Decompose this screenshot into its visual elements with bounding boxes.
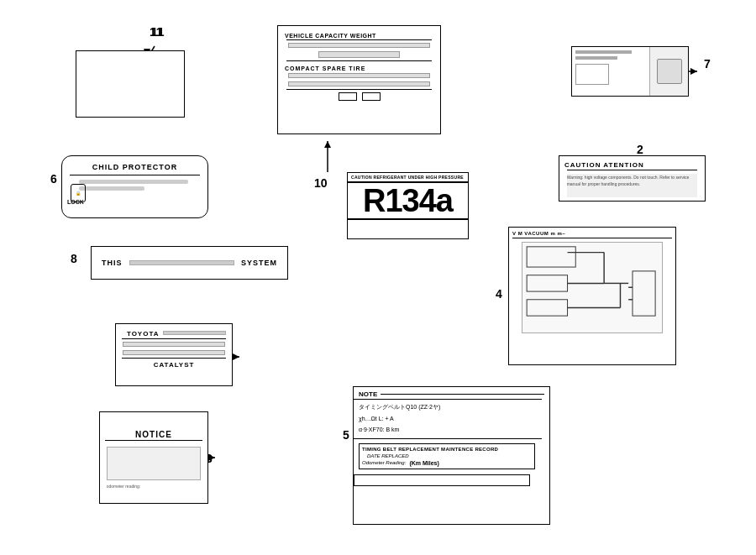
item-7-small-label: [571, 46, 689, 97]
vcw-tab2: [362, 92, 381, 101]
svg-rect-23: [528, 247, 576, 267]
svg-rect-32: [633, 271, 655, 316]
svg-marker-13: [324, 141, 331, 148]
note-japanese-3: α·9·ΧF70: B km: [359, 426, 399, 435]
label-5: 5: [343, 428, 349, 442]
catalyst-label: CATALYST: [154, 361, 195, 369]
item-5-note: NOTE タイミングベルトQ10 (ZZ·2ヤ) χh…Ωt L: + A α·…: [353, 386, 550, 525]
notice-small-text: odometer reading:: [107, 484, 202, 490]
child-divider: [70, 175, 201, 175]
item-9-r134a: CAUTION REFRIGERANT UNDER HIGH PRESSURE …: [347, 172, 469, 239]
system-label: SYSTEM: [241, 259, 277, 267]
lock-label: LOCK: [67, 199, 84, 205]
caution-body-text: Warning: high voltage components. Do not…: [567, 175, 690, 186]
svg-marker-18: [690, 68, 697, 75]
vacuum-svg: [522, 243, 661, 332]
svg-marker-9: [233, 353, 239, 360]
vcw-divider1: [286, 39, 433, 40]
note-bottom-bar: [354, 474, 530, 486]
item-7-right: [650, 47, 688, 96]
vcw-row2: [318, 51, 400, 58]
label-11-display: 11: [150, 25, 163, 39]
vcw-footer-tabs: [339, 92, 381, 101]
item-7-left: [572, 47, 650, 96]
note-title: NOTE: [359, 390, 377, 398]
note-divider2: [354, 438, 542, 439]
svg-rect-24: [528, 275, 568, 291]
note-km-miles: (Km Miles): [409, 460, 438, 466]
vacuum-title: V M VACUUM m m~: [512, 231, 672, 238]
r134a-caution-text: CAUTION REFRIGERANT UNDER HIGH PRESSURE: [351, 175, 464, 180]
label-4: 4: [496, 287, 502, 301]
item-7-line1: [575, 50, 632, 54]
item-vcw: VEHICLE CAPACITY WEIGHT COMPACT SPARE TI…: [277, 25, 441, 134]
toyota-divider1: [122, 338, 226, 339]
item-8-this-system: THIS SYSTEM: [91, 246, 288, 280]
label-7: 7: [704, 57, 711, 71]
note-japanese-1: タイミングベルトQ10 (ZZ·2ヤ): [359, 403, 440, 412]
vcw-tab1: [339, 92, 357, 101]
item-4-vacuum: V M VACUUM m m~: [508, 227, 676, 365]
label-10: 10: [314, 176, 328, 190]
caution-divider: [567, 170, 698, 170]
note-title-line: [381, 394, 544, 395]
label-6: 6: [50, 172, 57, 186]
note-timing-title: TIMING BELT REPLACEMENT MAINTENCE RECORD: [362, 447, 532, 452]
catalyst-row2: [123, 350, 224, 355]
item-6-child-protector: CHILD PROTECTOR 🔒 LOCK: [61, 155, 208, 218]
vcw-row3: [288, 73, 431, 78]
caution-header: CAUTION ATENTION: [564, 161, 644, 169]
label-2: 2: [637, 143, 643, 156]
note-timing-box: TIMING BELT REPLACEMENT MAINTENCE RECORD…: [359, 443, 535, 469]
note-japanese-2: χh…Ωt L: + A: [359, 415, 394, 424]
child-lines: [79, 180, 188, 191]
toyota-divider2: [122, 358, 226, 359]
vcw-divider2: [286, 60, 433, 61]
item-3-notice: NOTICE odometer reading:: [99, 411, 208, 504]
svg-rect-25: [528, 300, 568, 316]
vacuum-diagram-box: [522, 242, 662, 333]
item-7-image: [657, 59, 682, 84]
r134a-label: R134a: [363, 185, 453, 217]
item-2-caution: CAUTION ATENTION Warning: high voltage c…: [559, 155, 706, 202]
note-date-label: DATE REPLACED: [367, 453, 532, 458]
toyota-label: TOYOTA: [127, 330, 160, 338]
child-line-2: [79, 186, 144, 191]
item-11-sticker: [76, 50, 185, 118]
toyota-bar: [163, 331, 227, 335]
label-8: 8: [71, 252, 77, 265]
r134a-bottom-bar: [348, 218, 468, 220]
notice-divider: [105, 440, 202, 441]
note-odometer-row: Odometer Reading: (Km Miles): [362, 460, 532, 466]
vcw-row4: [288, 81, 431, 86]
catalyst-row1: [123, 342, 224, 347]
vcw-row1: [288, 43, 431, 48]
caution-text-block: Warning: high voltage components. Do not…: [567, 174, 698, 197]
vcw-title: VEHICLE CAPACITY WEIGHT: [285, 33, 376, 39]
vcw-divider3: [286, 89, 433, 90]
vcw-spare-label: COMPACT SPARE TIRE: [285, 65, 365, 71]
item-7-box: [575, 64, 609, 85]
this-label: THIS: [102, 259, 123, 267]
child-protector-label: CHILD PROTECTOR: [92, 163, 177, 171]
note-odometer-label: Odometer Reading:: [362, 460, 406, 465]
notice-text-block: [107, 447, 202, 480]
notice-title: NOTICE: [135, 430, 172, 439]
diagram-container: 11 11 6 8 1 3 10 9 5 7 2 4 CHILD PROTECT…: [0, 0, 756, 555]
child-line-1: [79, 180, 188, 184]
item-7-line2: [575, 56, 617, 60]
system-bar: [129, 260, 234, 265]
note-divider1: [354, 399, 542, 400]
item-1-toyota-catalyst: TOYOTA CATALYST: [115, 323, 233, 386]
